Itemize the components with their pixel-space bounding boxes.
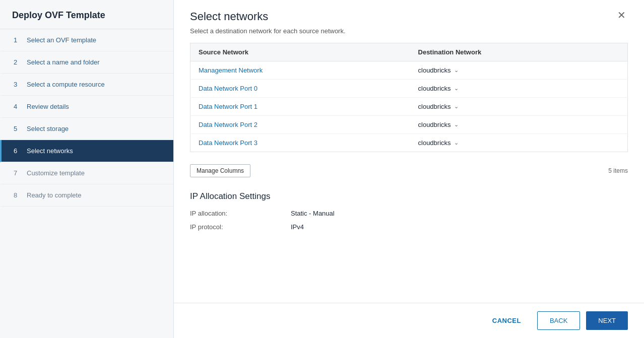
- step-label-7: Ready to complete: [27, 191, 81, 199]
- step-number-2: 3: [14, 81, 22, 88]
- destination-value: cloudbricks: [418, 66, 451, 74]
- deploy-ovf-dialog: Deploy OVF Template 1Select an OVF templ…: [0, 0, 644, 338]
- sidebar-step-2[interactable]: 3Select a compute resource: [0, 74, 173, 96]
- destination-select[interactable]: cloudbricks⌄: [418, 85, 619, 92]
- sidebar-steps: 1Select an OVF template2Select a name an…: [0, 29, 173, 338]
- source-network-link[interactable]: Data Network Port 3: [199, 139, 257, 147]
- destination-network-cell: cloudbricks⌄: [410, 80, 628, 98]
- ip-allocation-row: IP allocation: Static - Manual: [190, 210, 628, 217]
- step-number-5: 6: [14, 147, 22, 155]
- step-label-6: Customize template: [27, 169, 85, 177]
- sidebar-title: Deploy OVF Template: [0, 0, 173, 29]
- destination-select[interactable]: cloudbricks⌄: [418, 103, 619, 110]
- sidebar-step-3[interactable]: 4Review details: [0, 96, 173, 118]
- table-row: Data Network Port 2cloudbricks⌄: [190, 116, 628, 134]
- source-network-cell: Data Network Port 1: [190, 98, 410, 116]
- ip-allocation-value: Static - Manual: [291, 210, 335, 217]
- main-footer: CANCEL BACK NEXT: [174, 303, 644, 338]
- destination-select[interactable]: cloudbricks⌄: [418, 139, 619, 147]
- sidebar-step-5[interactable]: 6Select networks: [0, 140, 173, 162]
- table-row: Data Network Port 1cloudbricks⌄: [190, 98, 628, 116]
- sidebar-step-4[interactable]: 5Select storage: [0, 118, 173, 140]
- back-button[interactable]: BACK: [537, 311, 580, 330]
- destination-network-cell: cloudbricks⌄: [410, 134, 628, 152]
- manage-columns-button[interactable]: Manage Columns: [190, 164, 250, 177]
- step-label-3: Review details: [27, 103, 69, 110]
- source-network-cell: Data Network Port 2: [190, 116, 410, 134]
- step-number-3: 4: [14, 103, 22, 110]
- step-label-2: Select a compute resource: [27, 81, 105, 88]
- next-button[interactable]: NEXT: [586, 311, 628, 330]
- ip-protocol-label: IP protocol:: [190, 223, 291, 231]
- table-row: Management Networkcloudbricks⌄: [190, 61, 628, 80]
- destination-network-cell: cloudbricks⌄: [410, 116, 628, 134]
- source-network-cell: Management Network: [190, 61, 410, 80]
- destination-network-cell: cloudbricks⌄: [410, 98, 628, 116]
- main-body: Source Network Destination Network Manag…: [174, 43, 644, 303]
- source-network-link[interactable]: Data Network Port 2: [199, 121, 257, 128]
- step-label-1: Select a name and folder: [27, 58, 100, 66]
- page-title: Select networks: [190, 10, 346, 23]
- items-count: 5 items: [608, 167, 628, 174]
- main-header: Select networks Select a destination net…: [174, 0, 644, 43]
- network-table: Source Network Destination Network Manag…: [190, 43, 628, 152]
- destination-value: cloudbricks: [418, 85, 451, 92]
- source-network-cell: Data Network Port 3: [190, 134, 410, 152]
- table-footer: Manage Columns 5 items: [190, 160, 628, 181]
- sidebar-step-0[interactable]: 1Select an OVF template: [0, 29, 173, 51]
- chevron-down-icon: ⌄: [454, 140, 459, 146]
- ip-protocol-row: IP protocol: IPv4: [190, 223, 628, 231]
- step-label-0: Select an OVF template: [27, 36, 96, 44]
- source-network-link[interactable]: Management Network: [199, 66, 263, 74]
- page-subtitle: Select a destination network for each so…: [190, 27, 346, 35]
- destination-value: cloudbricks: [418, 121, 451, 128]
- sidebar-step-7: 8Ready to complete: [0, 184, 173, 207]
- step-number-1: 2: [14, 58, 22, 66]
- destination-value: cloudbricks: [418, 139, 451, 147]
- table-row: Data Network Port 3cloudbricks⌄: [190, 134, 628, 152]
- sidebar: Deploy OVF Template 1Select an OVF templ…: [0, 0, 174, 338]
- step-number-4: 5: [14, 125, 22, 132]
- step-label-5: Select networks: [27, 147, 73, 155]
- col-destination-header: Destination Network: [410, 43, 628, 61]
- cancel-button[interactable]: CANCEL: [482, 311, 531, 330]
- step-number-7: 8: [14, 191, 22, 199]
- sidebar-step-1[interactable]: 2Select a name and folder: [0, 51, 173, 74]
- col-source-header: Source Network: [190, 43, 410, 61]
- chevron-down-icon: ⌄: [454, 67, 459, 74]
- destination-value: cloudbricks: [418, 103, 451, 110]
- chevron-down-icon: ⌄: [454, 121, 459, 128]
- step-label-4: Select storage: [27, 125, 69, 132]
- close-button[interactable]: ✕: [615, 10, 628, 20]
- step-number-0: 1: [14, 36, 22, 44]
- destination-select[interactable]: cloudbricks⌄: [418, 121, 619, 128]
- chevron-down-icon: ⌄: [454, 103, 459, 110]
- ip-allocation-title: IP Allocation Settings: [190, 191, 628, 201]
- step-number-6: 7: [14, 169, 22, 177]
- source-network-link[interactable]: Data Network Port 0: [199, 85, 257, 92]
- main-panel: Select networks Select a destination net…: [174, 0, 644, 338]
- ip-protocol-value: IPv4: [291, 223, 304, 231]
- destination-network-cell: cloudbricks⌄: [410, 61, 628, 80]
- ip-allocation-label: IP allocation:: [190, 210, 291, 217]
- source-network-cell: Data Network Port 0: [190, 80, 410, 98]
- sidebar-step-6: 7Customize template: [0, 162, 173, 184]
- destination-select[interactable]: cloudbricks⌄: [418, 66, 619, 74]
- header-text: Select networks Select a destination net…: [190, 10, 346, 43]
- source-network-link[interactable]: Data Network Port 1: [199, 103, 257, 110]
- chevron-down-icon: ⌄: [454, 85, 459, 92]
- table-row: Data Network Port 0cloudbricks⌄: [190, 80, 628, 98]
- network-table-body: Management Networkcloudbricks⌄Data Netwo…: [190, 61, 628, 152]
